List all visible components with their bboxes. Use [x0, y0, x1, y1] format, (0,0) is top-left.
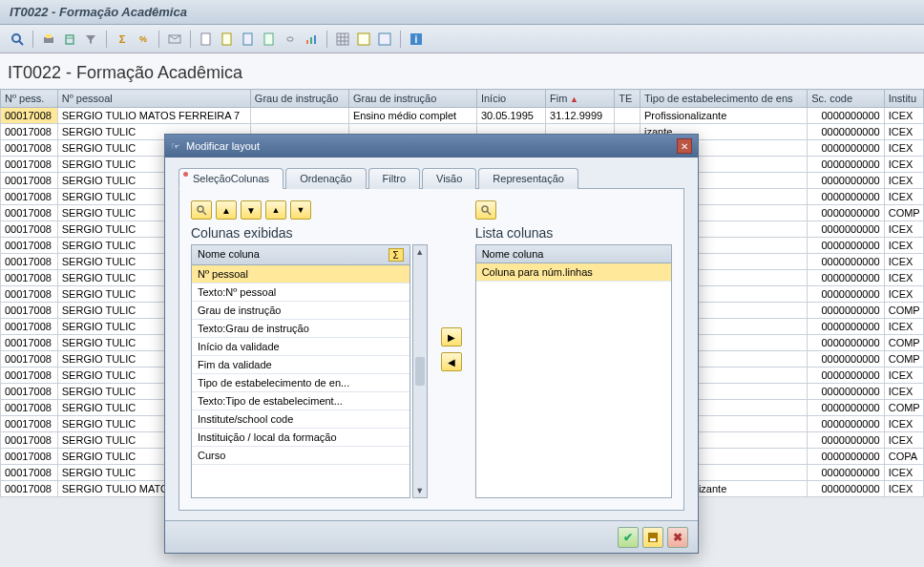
chart-icon[interactable] — [302, 30, 321, 49]
move-left-icon[interactable]: ◀ — [441, 352, 462, 371]
dialog-title: Modificar layout — [186, 140, 677, 152]
list-item[interactable]: Texto:Tipo de estabeleciment... — [192, 392, 410, 410]
cell: 00017008 — [1, 351, 58, 368]
info-icon[interactable]: i — [407, 30, 426, 49]
move-down-icon[interactable]: ▼ — [241, 200, 262, 220]
tab-filtro[interactable]: Filtro — [368, 168, 420, 189]
list-item[interactable]: Texto:Nº pessoal — [192, 284, 410, 302]
displayed-columns-list[interactable]: Nome colunaΣ Nº pessoalTexto:Nº pessoalG… — [191, 244, 410, 498]
column-header[interactable]: Grau de instrução — [348, 90, 476, 108]
scrollbar[interactable]: ▲ ▼ — [412, 244, 428, 498]
grid1-icon[interactable] — [333, 30, 352, 49]
cell: ICEX — [884, 416, 923, 432]
tab-pane: ▲ ▼ ▲ ▼ Colunas exibidas Nome colunaΣ Nº… — [178, 189, 684, 511]
cell: 0000000000 — [808, 465, 884, 481]
svg-rect-10 — [306, 40, 308, 44]
column-header[interactable]: Institu — [884, 90, 923, 108]
cell: 00017008 — [1, 416, 58, 432]
find-icon[interactable] — [191, 200, 212, 220]
dialog-title-bar[interactable]: ☞ Modificar layout ✕ — [165, 135, 698, 158]
cell: 00017008 — [1, 286, 58, 303]
cancel-button[interactable]: ✖ — [667, 527, 688, 548]
tab-seleçãocolunas[interactable]: SeleçãoColunas — [178, 168, 284, 189]
list-item[interactable]: Fim da validade — [192, 356, 410, 374]
cell: ICEX — [884, 254, 923, 270]
list-item[interactable]: Institute/school code — [192, 410, 410, 429]
list-item[interactable]: Curso — [192, 447, 410, 465]
list-item[interactable]: Grau de instrução — [192, 302, 410, 320]
svg-rect-12 — [314, 35, 316, 44]
list-item[interactable]: Coluna para núm.linhas — [476, 263, 671, 282]
save-button[interactable] — [642, 527, 663, 548]
cell: 0000000000 — [808, 140, 884, 157]
move-top-icon[interactable]: ▲ — [265, 200, 286, 220]
move-up-icon[interactable]: ▲ — [216, 200, 237, 220]
cell: 0000000000 — [808, 238, 884, 254]
column-header[interactable]: Nº pess. — [1, 90, 58, 108]
available-columns-list[interactable]: Nome coluna Coluna para núm.linhas — [475, 244, 672, 498]
chain-icon[interactable] — [281, 30, 300, 49]
doc3-icon[interactable] — [239, 30, 258, 49]
column-header[interactable]: Nº pessoal — [57, 90, 250, 108]
svg-rect-23 — [650, 538, 656, 541]
tab-ordenação[interactable]: Ordenação — [285, 168, 366, 189]
list-item[interactable]: Nº pessoal — [192, 265, 410, 284]
column-header[interactable]: TE — [615, 90, 640, 108]
cell: 00017008 — [1, 221, 58, 238]
mail-icon[interactable] — [165, 30, 184, 49]
cell: COMP — [884, 400, 923, 416]
grid3-icon[interactable] — [375, 30, 394, 49]
svg-rect-7 — [222, 33, 231, 45]
cell: 31.12.9999 — [546, 108, 615, 124]
column-header[interactable]: Fim ▲ — [546, 90, 615, 108]
doc4-icon[interactable] — [260, 30, 279, 49]
dialog-footer: ✔ ✖ — [165, 520, 698, 553]
list-item[interactable]: Texto:Grau de instrução — [192, 320, 410, 338]
find-icon[interactable] — [475, 200, 496, 220]
cell: 00017008 — [1, 189, 58, 205]
grid2-icon[interactable] — [354, 30, 373, 49]
scroll-thumb[interactable] — [415, 357, 425, 386]
column-header[interactable]: Grau de instrução — [250, 90, 348, 108]
tab-representação[interactable]: Representação — [478, 168, 578, 189]
svg-point-0 — [12, 34, 20, 42]
cell: 00017008 — [1, 205, 58, 221]
close-icon[interactable]: ✕ — [677, 138, 692, 154]
scroll-up-icon[interactable]: ▲ — [415, 247, 424, 257]
cell: 00017008 — [1, 238, 58, 254]
doc2-icon[interactable] — [218, 30, 237, 49]
column-header[interactable]: Tipo de estabelecimento de ens — [640, 90, 808, 108]
search-icon[interactable] — [8, 30, 27, 49]
export-icon[interactable] — [60, 30, 79, 49]
cell: 0000000000 — [808, 432, 884, 449]
list-item[interactable]: Instituição / local da formação — [192, 429, 410, 447]
filter-icon[interactable] — [81, 30, 100, 49]
cell: 0000000000 — [808, 205, 884, 221]
list-header: Nome coluna — [482, 248, 544, 260]
column-header[interactable]: Início — [476, 90, 545, 108]
cell: ICEX — [884, 157, 923, 173]
list-item[interactable]: Início da validade — [192, 338, 410, 356]
cell: ICEX — [884, 189, 923, 205]
column-header[interactable]: Sc. code — [808, 90, 884, 108]
cell: ICEX — [884, 319, 923, 335]
sigma-icon[interactable]: Σ — [388, 248, 404, 262]
move-right-icon[interactable]: ▶ — [441, 327, 462, 346]
cell: 0000000000 — [808, 124, 884, 140]
cell: 0000000000 — [808, 189, 884, 205]
move-bottom-icon[interactable]: ▼ — [290, 200, 311, 220]
cell: 00017008 — [1, 124, 58, 140]
print-icon[interactable] — [39, 30, 58, 49]
cell: 00017008 — [1, 335, 58, 351]
table-row[interactable]: 00017008SERGIO TULIO MATOS FERREIRA 7Ens… — [1, 108, 924, 124]
percent-icon[interactable]: % — [134, 30, 153, 49]
cell: ICEX — [884, 481, 923, 497]
cell: COMP — [884, 335, 923, 351]
tab-visão[interactable]: Visão — [422, 168, 476, 189]
doc1-icon[interactable] — [197, 30, 216, 49]
list-item[interactable]: Tipo de estabelecimento de en... — [192, 374, 410, 392]
scroll-down-icon[interactable]: ▼ — [415, 486, 424, 495]
sigma-icon[interactable]: Σ — [113, 30, 132, 49]
window-title: IT0022 - Formação Acadêmica — [10, 5, 187, 19]
ok-button[interactable]: ✔ — [618, 527, 639, 548]
